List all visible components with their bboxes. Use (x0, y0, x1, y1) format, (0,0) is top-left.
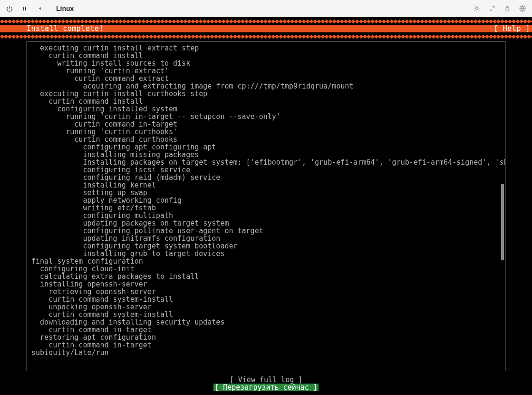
pause-icon[interactable] (21, 5, 29, 12)
svg-line-11 (479, 6, 479, 7)
svg-line-12 (493, 6, 494, 8)
reboot-now-button[interactable]: [ Перезагрузить сейчас ] (213, 384, 319, 391)
terminal-area: ◆◆◆◆◆◆◆◆◆◆◆◆◆◆◆◆◆◆◆◆◆◆◆◆◆◆◆◆◆◆◆◆◆◆◆◆◆◆◆◆… (0, 17, 532, 395)
diamond-strip-bottom: ◆◆◆◆◆◆◆◆◆◆◆◆◆◆◆◆◆◆◆◆◆◆◆◆◆◆◆◆◆◆◆◆◆◆◆◆◆◆◆◆… (0, 32, 532, 40)
brightness-icon[interactable] (473, 5, 481, 12)
svg-line-13 (490, 9, 492, 11)
view-full-log-button[interactable]: [ View full log ] (230, 376, 303, 384)
scrollbar-thumb[interactable] (501, 184, 504, 260)
help-button[interactable]: [ Help ] (494, 25, 530, 32)
power-icon[interactable] (6, 5, 13, 12)
svg-point-3 (476, 7, 478, 10)
fullscreen-icon[interactable] (488, 5, 496, 12)
log-frame: executing curtin install extract step cu… (27, 41, 505, 371)
svg-rect-2 (25, 7, 26, 10)
globe-icon[interactable] (519, 5, 526, 12)
svg-line-10 (474, 10, 475, 10)
back-icon[interactable] (36, 5, 44, 12)
installer-title: Install complete! (27, 25, 104, 32)
svg-rect-1 (23, 7, 24, 10)
window-titlebar: Linux (0, 0, 532, 17)
install-log: executing curtin install extract step cu… (27, 41, 505, 359)
action-buttons: [ View full log ] [ Перезагрузить сейчас… (0, 376, 532, 391)
installer-header: Install complete! [ Help ] (0, 25, 532, 32)
svg-line-7 (479, 10, 479, 10)
svg-rect-15 (506, 7, 509, 11)
usb-icon[interactable] (503, 5, 511, 12)
diamond-strip-top: ◆◆◆◆◆◆◆◆◆◆◆◆◆◆◆◆◆◆◆◆◆◆◆◆◆◆◆◆◆◆◆◆◆◆◆◆◆◆◆◆… (0, 17, 532, 25)
svg-line-6 (474, 6, 475, 7)
window-title: Linux (56, 5, 74, 12)
